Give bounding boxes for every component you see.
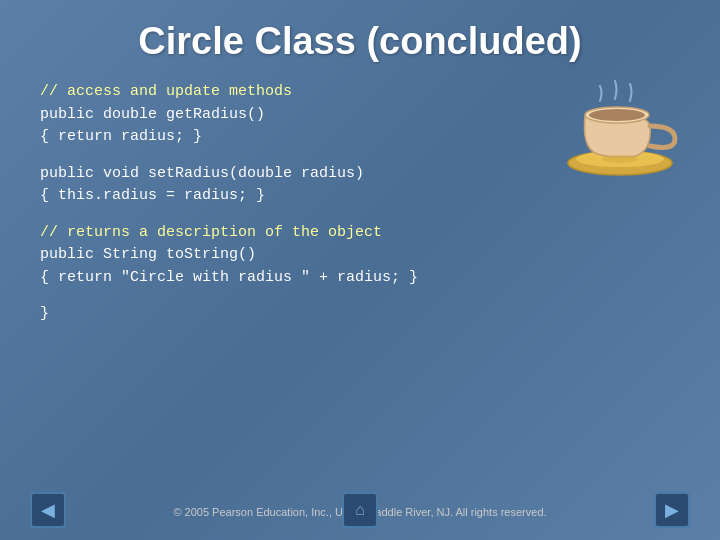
nav-buttons: ◀ ⌂ ▶ bbox=[0, 492, 720, 528]
slide: Circle Class (concluded) // access and u… bbox=[0, 0, 720, 540]
code-section-3: // returns a description of the object p… bbox=[40, 222, 670, 290]
closing-brace: } bbox=[40, 303, 670, 326]
prev-button[interactable]: ◀ bbox=[30, 492, 66, 528]
svg-point-4 bbox=[602, 155, 638, 163]
code-line: public String toString() bbox=[40, 244, 670, 267]
home-icon: ⌂ bbox=[355, 501, 365, 519]
slide-title: Circle Class (concluded) bbox=[40, 20, 680, 63]
code-line: // returns a description of the object bbox=[40, 222, 670, 245]
prev-icon: ◀ bbox=[41, 499, 55, 521]
code-line: { return "Circle with radius " + radius;… bbox=[40, 267, 670, 290]
home-button[interactable]: ⌂ bbox=[342, 492, 378, 528]
code-line: { this.radius = radius; } bbox=[40, 185, 670, 208]
comment-line-2: // returns a description of the object bbox=[40, 224, 382, 241]
teacup-illustration bbox=[560, 71, 690, 181]
next-button[interactable]: ▶ bbox=[654, 492, 690, 528]
svg-point-3 bbox=[589, 109, 645, 121]
content-area: // access and update methods public doub… bbox=[40, 81, 680, 520]
comment-line: // access and update methods bbox=[40, 83, 292, 100]
next-icon: ▶ bbox=[665, 499, 679, 521]
teacup-svg bbox=[560, 71, 690, 181]
